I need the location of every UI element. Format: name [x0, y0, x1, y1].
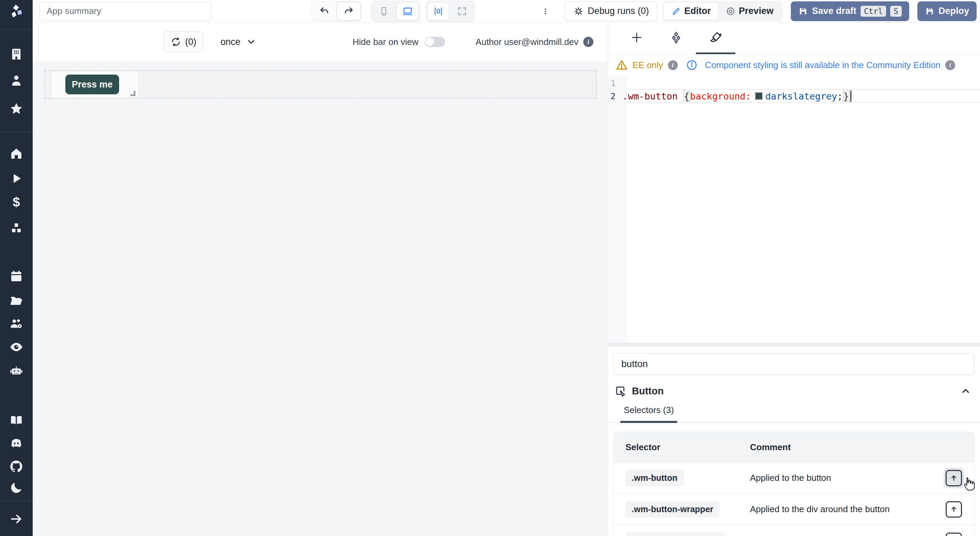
comment-column-header: Comment [750, 442, 933, 453]
inspect-pointer-icon [615, 385, 627, 397]
refresh-icon [171, 37, 181, 47]
save-icon [925, 6, 934, 16]
selectors-tab[interactable]: Selectors (3) [620, 403, 677, 423]
folder-open-icon[interactable] [0, 294, 33, 308]
selectors-table: Selector Comment .wm-button Applied to t… [614, 432, 975, 536]
editor-tab[interactable]: Editor [664, 3, 718, 20]
center-layout-button[interactable] [427, 2, 449, 20]
search-row [608, 346, 980, 375]
editor-gutter [608, 76, 627, 343]
sidebar: $ [0, 0, 33, 536]
refresh-button[interactable]: (0) [164, 31, 204, 53]
selector-badge: .wm-button-container [625, 532, 725, 536]
windmill-logo-icon[interactable] [0, 3, 33, 19]
chevron-up-icon[interactable] [960, 386, 971, 396]
button-section-header[interactable]: Button [608, 375, 980, 403]
text-caret [850, 91, 851, 102]
star-icon[interactable] [0, 102, 33, 116]
eye-icon[interactable] [0, 340, 33, 354]
panel-splitter[interactable] [608, 343, 980, 346]
user-icon[interactable] [0, 73, 33, 88]
mobile-view-button[interactable] [373, 2, 395, 20]
selector-column-header: Selector [614, 442, 750, 453]
canvas-grid[interactable]: Press me [33, 61, 608, 536]
layout-toggle-group [425, 0, 475, 22]
play-icon[interactable] [0, 171, 33, 186]
info-icon[interactable]: i [945, 60, 955, 70]
edition-notice-row: EE only i Component styling is still ava… [608, 54, 980, 76]
editor-label: Editor [684, 6, 711, 16]
dollar-icon[interactable]: $ [0, 195, 33, 209]
table-header: Selector Comment [614, 432, 974, 462]
hide-bar-setting: Hide bar on view [353, 37, 445, 47]
undo-button[interactable] [312, 2, 337, 21]
info-icon[interactable]: i [668, 60, 678, 70]
github-icon[interactable] [0, 459, 33, 474]
ee-only-badge: EE only [633, 60, 663, 70]
preview-tab[interactable]: Preview [718, 3, 781, 20]
warning-triangle-icon [616, 59, 628, 71]
code-line-current: 2 .wm-button {background:darkslategrey;} [608, 89, 980, 103]
desktop-view-button[interactable] [397, 2, 418, 20]
css-property-token: background: [690, 91, 751, 102]
book-open-icon[interactable] [0, 413, 33, 428]
mobile-icon [379, 6, 388, 16]
apply-selector-button[interactable] [943, 499, 964, 520]
users-gear-icon[interactable] [0, 317, 33, 331]
hide-bar-toggle[interactable] [425, 37, 445, 47]
code-line: 1 [608, 76, 980, 89]
redo-button[interactable] [337, 2, 361, 21]
cubes-icon[interactable] [0, 221, 33, 235]
info-icon[interactable]: i [583, 37, 593, 47]
moon-icon[interactable] [0, 480, 33, 495]
app-summary-input[interactable] [40, 2, 211, 21]
css-code-editor[interactable]: 1 2 .wm-button {background:darkslategrey… [608, 76, 980, 343]
deploy-button[interactable]: Deploy [917, 2, 977, 21]
run-mode-value: once [221, 37, 240, 47]
sidebar-divider [0, 29, 33, 30]
refresh-count: (0) [185, 37, 196, 47]
toggle-knob [425, 37, 434, 46]
sidebar-divider [0, 501, 33, 501]
kebab-menu-icon [542, 6, 549, 16]
css-value-token: darkslategrey [765, 91, 837, 102]
debug-runs-label: Debug runs (0) [588, 6, 649, 16]
tab-add-component[interactable] [617, 22, 656, 54]
canvas-toolbar: (0) once Hide bar on view Author user@wi… [33, 22, 608, 61]
undo-redo-group [312, 2, 361, 21]
save-draft-label: Save draft [812, 6, 856, 16]
chevron-down-icon [246, 37, 256, 47]
arrow-right-icon[interactable] [0, 512, 33, 526]
apply-selector-button-hovered[interactable] [943, 468, 964, 488]
tab-components[interactable] [656, 22, 696, 54]
robot-icon[interactable] [0, 364, 33, 378]
save-draft-button[interactable]: Save draft Ctrl S [791, 2, 909, 21]
device-toggle-group [371, 0, 421, 22]
right-panel: EE only i Component styling is still ava… [608, 22, 980, 536]
kbd-s: S [890, 6, 902, 17]
home-icon[interactable] [0, 147, 33, 161]
selector-comment: Applied to the button [750, 473, 933, 483]
button-component[interactable]: Press me [52, 72, 137, 97]
sidebar-divider [0, 131, 33, 132]
plus-icon [630, 31, 643, 44]
more-options-button[interactable] [540, 2, 551, 21]
fullscreen-button[interactable] [451, 2, 473, 20]
tab-styling[interactable] [696, 22, 735, 54]
resize-handle[interactable] [130, 91, 135, 96]
building-icon[interactable] [0, 47, 33, 61]
discord-icon[interactable] [0, 436, 33, 450]
app-window: $ [0, 0, 980, 536]
apply-selector-button[interactable] [943, 531, 964, 536]
line-number: 2 [608, 91, 622, 101]
component-search-input[interactable] [614, 353, 975, 375]
circle-dot-icon [726, 6, 735, 16]
community-edition-notice: Component styling is still available in … [705, 60, 940, 70]
color-swatch[interactable] [755, 92, 762, 100]
selector-badge: .wm-button [625, 470, 684, 486]
grid-cell[interactable]: Press me [44, 70, 597, 99]
run-mode-dropdown[interactable]: once [218, 37, 258, 48]
debug-runs-button[interactable]: Debug runs (0) [565, 2, 657, 21]
press-me-button[interactable]: Press me [65, 75, 119, 94]
calendar-icon[interactable] [0, 269, 33, 283]
